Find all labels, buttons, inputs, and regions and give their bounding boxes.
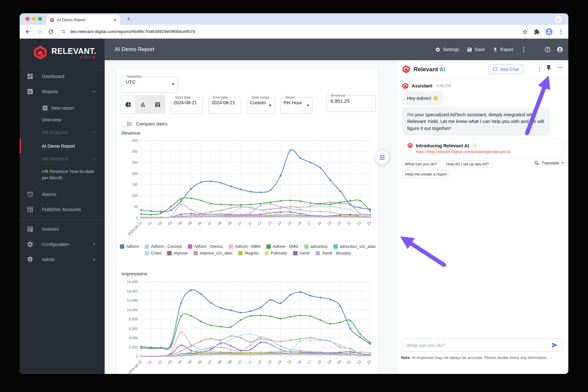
chevron-down-icon — [269, 105, 272, 106]
svg-text:14: 14 — [277, 359, 282, 365]
send-icon[interactable] — [552, 342, 558, 348]
show-select[interactable]: Show Per Hour — [281, 95, 313, 114]
browser-menu-icon[interactable]: ⋮ — [558, 28, 564, 35]
sidebar-item-invoices[interactable]: Invoices — [20, 225, 105, 233]
chart-type-toggle-group — [121, 95, 165, 114]
revenue-metric-field[interactable]: Revenue 6,951.25 — [326, 93, 376, 112]
help-icon[interactable] — [544, 46, 551, 53]
revenue-chart-title: Revenue — [121, 130, 140, 136]
sidebar: RELEVANT. YIELD Dashboard Reports New re… — [20, 39, 105, 374]
bar-chart-toggle[interactable] — [136, 96, 150, 113]
sidebar-item-hb-revenue-ytd[interactable]: HB Revenue Year-to-date per Month — [20, 167, 105, 183]
legend-item[interactable]: Pubmatic — [265, 251, 287, 255]
svg-text:6,000: 6,000 — [129, 327, 138, 331]
chip-what-can-you-do[interactable]: What can you do? — [402, 160, 440, 168]
site-settings-icon[interactable] — [61, 29, 66, 34]
traffic-light-close[interactable] — [25, 17, 29, 21]
svg-text:12: 12 — [257, 221, 263, 226]
sidebar-item-reports[interactable]: Reports — [20, 88, 105, 95]
legend-item[interactable]: adnuntius — [304, 244, 328, 249]
svg-text:12: 12 — [257, 359, 263, 365]
legend-item[interactable]: Adform - Dentsu — [188, 244, 223, 249]
knowledge-link[interactable]: https://help.relevant-digital.com/knowle… — [416, 150, 558, 154]
chip-ads-txt[interactable]: How do I set up ads.txt? — [443, 160, 492, 168]
message-timestamp: 6:45 PM — [436, 84, 451, 88]
sidebar-item-new-report[interactable]: New report — [20, 104, 105, 112]
svg-text:19: 19 — [326, 359, 332, 365]
start-date-field[interactable]: Start date 2024-08-21 — [171, 95, 203, 114]
traffic-light-zoom[interactable] — [38, 17, 42, 21]
date-range-select[interactable]: Date range Custom — [247, 95, 275, 114]
chat-input[interactable] — [407, 343, 552, 348]
tab-search-chevron-icon[interactable] — [554, 16, 562, 23]
svg-text:350: 350 — [132, 138, 138, 142]
account-icon[interactable] — [557, 46, 563, 53]
sidebar-item-ai-demo-report[interactable]: AI Demo Report — [20, 142, 105, 150]
bookmark-star-icon[interactable] — [522, 29, 528, 35]
minimize-icon[interactable]: — — [557, 64, 563, 71]
legend-item[interactable]: Adform - Concept — [145, 244, 182, 249]
traffic-light-minimize[interactable] — [32, 17, 36, 21]
disclaimer-note: Note: AI responses may not always be acc… — [401, 356, 548, 360]
sidebar-item-admin[interactable]: Admin — [20, 256, 105, 263]
sidebar-item-hb-analytics[interactable]: HB Analytics — [20, 129, 105, 136]
sidebar-item-hb-historical[interactable]: HB Historical — [20, 155, 105, 163]
browser-tab[interactable]: AI Demo Report ✕ — [46, 15, 120, 25]
svg-text:250: 250 — [132, 161, 138, 164]
end-date-field[interactable]: End date 2024-08-21 — [209, 95, 241, 114]
svg-text:04: 04 — [177, 221, 183, 226]
legend-swatch — [145, 251, 149, 255]
chip-create-report[interactable]: Help me create a report — [402, 170, 450, 178]
knowledge-link-card[interactable]: Introducing Relevant AI ✨ https://help.r… — [402, 139, 563, 158]
pin-icon[interactable] — [545, 65, 552, 72]
gear-icon — [435, 47, 441, 52]
legend-item[interactable]: Adform - OMG — [266, 244, 298, 249]
extensions-icon[interactable] — [534, 29, 540, 35]
url-bar[interactable]: dev.relevant-digital.com/reports/hb/66c7… — [70, 29, 195, 34]
svg-text:14: 14 — [277, 221, 282, 226]
sidebar-item-dashboard[interactable]: Dashboard — [20, 73, 105, 80]
legend-item[interactable]: improve_s2s_alias — [193, 251, 233, 255]
chart-settings-fab[interactable] — [375, 151, 389, 164]
sidebar-item-configuration[interactable]: Configuration — [20, 241, 105, 248]
legend-item[interactable]: Adform - MBM — [229, 244, 261, 249]
legend-item[interactable]: Xandr - Msupply — [316, 251, 351, 255]
chevron-down-icon — [172, 83, 175, 85]
settings-button[interactable]: Settings — [435, 47, 459, 52]
legend-item[interactable]: Adform — [120, 244, 139, 249]
sidebar-item-publisher-accounts[interactable]: Publisher Accounts — [20, 206, 105, 213]
accounts-icon — [27, 206, 34, 213]
legend-item[interactable]: Magnite — [238, 251, 258, 255]
sidebar-item-overview[interactable]: Overview — [20, 116, 105, 124]
ai-panel-more-icon[interactable]: ⋮ — [537, 66, 542, 73]
save-button[interactable]: Save — [467, 47, 485, 52]
reload-icon[interactable] — [48, 29, 54, 35]
invoice-icon — [27, 226, 34, 233]
new-chat-button[interactable]: New Chat — [488, 64, 524, 74]
timezone-select[interactable]: Timezone UTC — [121, 74, 178, 93]
tab-close-icon[interactable]: ✕ — [113, 17, 117, 22]
pie-chart-toggle[interactable] — [121, 96, 136, 113]
header-more-icon[interactable]: ⋮ — [521, 46, 526, 53]
export-button[interactable]: Export — [493, 47, 513, 52]
page-title: AI Demo Report — [115, 46, 154, 53]
legend-item[interactable]: Criteo — [145, 251, 161, 255]
table-toggle[interactable] — [150, 96, 165, 113]
svg-text:300: 300 — [132, 150, 138, 153]
legend-item[interactable]: Xandr — [293, 251, 310, 255]
legend-item[interactable]: improve — [167, 251, 187, 255]
forward-icon[interactable] — [36, 29, 42, 35]
new-tab-button[interactable]: + — [127, 16, 130, 22]
translate-control[interactable]: Translate — [534, 160, 564, 166]
revenue-legend: AdformAdform - ConceptAdform - DentsuAdf… — [117, 244, 378, 255]
legend-item[interactable]: adnuntius_s2s_alias — [333, 244, 376, 249]
sidebar-item-alarms[interactable]: Alarms — [20, 190, 105, 198]
back-icon[interactable] — [25, 29, 31, 35]
compare-dates-toggle[interactable]: Compare dates — [121, 121, 167, 126]
svg-text:01: 01 — [147, 359, 153, 365]
report-card: Timezone UTC Start date — [117, 68, 378, 374]
browser-profile-avatar[interactable] — [546, 28, 552, 35]
svg-text:18: 18 — [317, 221, 322, 226]
legend-swatch — [316, 251, 320, 255]
tab-favicon-relevant-logo — [49, 17, 55, 22]
